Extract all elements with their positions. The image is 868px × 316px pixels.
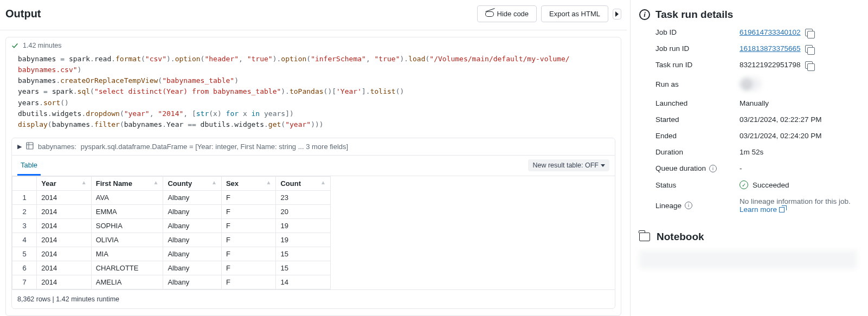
cell-index: 6: [12, 261, 37, 275]
label-lineage: Lineagei: [655, 202, 740, 210]
value-lineage: No lineage information for this job. Lea…: [740, 197, 857, 214]
status-success-icon: ✓: [740, 180, 748, 189]
table-row[interactable]: 72014AMELIAAlbanyF14: [12, 275, 331, 289]
table-header-row: Year▲ First Name▲ County▲ Sex▲ Count▲: [12, 176, 331, 190]
cell-index: 3: [12, 218, 37, 233]
eye-off-icon: [485, 11, 494, 17]
user-chip[interactable]: ◯: [740, 77, 762, 91]
cell-first-name: AVA: [91, 190, 163, 204]
table-row[interactable]: 22014EMMAAlbanyF20: [12, 204, 331, 218]
cell-year: 2014: [37, 190, 92, 204]
sort-icon: ▲: [320, 179, 326, 185]
dataframe-icon: [26, 142, 34, 151]
value-duration: 1m 52s: [740, 148, 857, 156]
table-row[interactable]: 62014CHARLOTTEAlbanyF15: [12, 261, 331, 275]
table-row[interactable]: 42014OLIVIAAlbanyF19: [12, 233, 331, 247]
label-queue-duration: Queue durationi: [655, 164, 740, 172]
df-var-name: babynames:: [38, 143, 76, 151]
copy-icon[interactable]: [805, 45, 813, 53]
cell-index: 5: [12, 247, 37, 261]
cell-county: Albany: [163, 261, 222, 275]
cell-first-name: EMMA: [91, 204, 163, 218]
export-html-button[interactable]: Export as HTML: [541, 5, 608, 22]
cell-county: Albany: [163, 204, 222, 218]
cell-year: 2014: [37, 204, 92, 218]
label-run-as: Run as: [655, 80, 740, 88]
value-task-run-id: 832121922951798: [740, 61, 801, 69]
col-sex[interactable]: Sex▲: [221, 176, 276, 190]
notebook-path-redacted: [639, 250, 857, 269]
collapse-panel-button[interactable]: [613, 9, 621, 20]
cell-county: Albany: [163, 233, 222, 247]
label-job-id: Job ID: [655, 28, 740, 36]
cell-sex: F: [221, 233, 276, 247]
sort-icon: ▲: [81, 179, 87, 185]
external-link-icon: [779, 207, 785, 212]
cell-status: 1.42 minutes: [6, 37, 621, 50]
cell-first-name: CHARLOTTE: [91, 261, 163, 275]
info-small-icon[interactable]: i: [709, 165, 717, 172]
cell-sex: F: [221, 190, 276, 204]
output-header: Output Hide code Export as HTML: [0, 0, 627, 30]
cell-index: 2: [12, 204, 37, 218]
cell-first-name: SOPHIA: [91, 218, 163, 233]
value-ended: 03/21/2024, 02:24:20 PM: [740, 132, 857, 140]
hide-code-label: Hide code: [497, 10, 529, 18]
cell-count: 19: [276, 233, 331, 247]
cell-count: 15: [276, 261, 331, 275]
df-type: pyspark.sql.dataframe.DataFrame = [Year:…: [81, 143, 348, 151]
cell-year: 2014: [37, 247, 92, 261]
value-started: 03/21/2024, 02:22:27 PM: [740, 115, 857, 124]
tab-table[interactable]: Table: [17, 156, 41, 176]
cell-index: 7: [12, 275, 37, 289]
table-row[interactable]: 52014MIAAlbanyF15: [12, 247, 331, 261]
cell-sex: F: [221, 204, 276, 218]
link-job-id[interactable]: 619614733340102: [740, 28, 801, 36]
copy-icon[interactable]: [805, 61, 813, 69]
value-launched: Manually: [740, 99, 857, 107]
cell-runtime-label: 1.42 minutes: [23, 42, 62, 49]
col-index[interactable]: [12, 176, 37, 190]
results-footer: 8,362 rows | 1.42 minutes runtime: [11, 289, 615, 309]
sort-icon: ▲: [266, 179, 272, 185]
label-launched: Launched: [655, 99, 740, 107]
svg-rect-0: [27, 143, 33, 149]
sort-icon: ▲: [153, 179, 158, 185]
hide-code-button[interactable]: Hide code: [477, 5, 537, 22]
value-status: ✓Succeeded: [740, 180, 857, 189]
notebook-title: Notebook: [657, 231, 704, 243]
cell-count: 23: [276, 190, 331, 204]
page-title: Output: [5, 8, 477, 20]
lineage-learn-more-link[interactable]: Learn more: [740, 205, 785, 214]
table-row[interactable]: 12014AVAAlbanyF23: [12, 190, 331, 204]
label-task-run-id: Task run ID: [655, 61, 740, 69]
cell-year: 2014: [37, 218, 92, 233]
cell-count: 14: [276, 275, 331, 289]
expand-triangle-icon: ▶: [17, 143, 22, 150]
cell-sex: F: [221, 261, 276, 275]
side-header: i Task run details: [639, 9, 857, 21]
link-job-run-id[interactable]: 161813873375665: [740, 44, 801, 53]
cell-index: 1: [12, 190, 37, 204]
info-icon: i: [639, 9, 650, 20]
cell-county: Albany: [163, 190, 222, 204]
cell-county: Albany: [163, 247, 222, 261]
info-small-icon[interactable]: i: [685, 202, 692, 209]
new-result-table-toggle[interactable]: New result table: OFF: [528, 159, 609, 171]
col-county[interactable]: County▲: [163, 176, 222, 190]
copy-icon[interactable]: [805, 29, 813, 36]
cell-count: 15: [276, 247, 331, 261]
dataframe-summary[interactable]: ▶ babynames: pyspark.sql.dataframe.DataF…: [11, 138, 615, 156]
cell-count: 19: [276, 218, 331, 233]
cell-first-name: AMELIA: [91, 275, 163, 289]
cell-count: 20: [276, 204, 331, 218]
col-year[interactable]: Year▲: [37, 176, 92, 190]
cell-county: Albany: [163, 275, 222, 289]
table-row[interactable]: 32014SOPHIAAlbanyF19: [12, 218, 331, 233]
cell-first-name: OLIVIA: [91, 233, 163, 247]
result-tabs: Table New result table: OFF: [11, 156, 615, 176]
chevron-right-icon: [615, 11, 619, 17]
col-first-name[interactable]: First Name▲: [91, 176, 163, 190]
notebook-section-header: Notebook: [639, 231, 857, 243]
col-count[interactable]: Count▲: [276, 176, 331, 190]
